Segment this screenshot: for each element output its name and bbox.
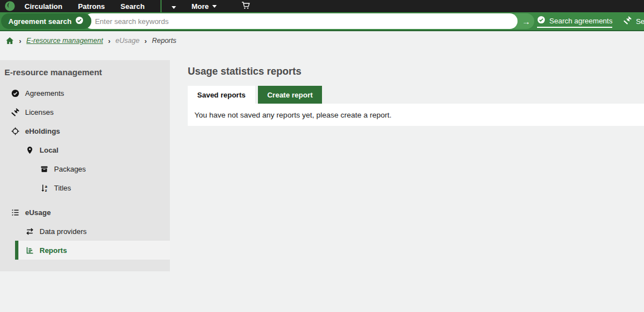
link-label: Search agreements	[549, 17, 612, 25]
tab-saved-reports[interactable]: Saved reports	[188, 86, 255, 104]
nav-item-search[interactable]: Search	[120, 2, 144, 11]
sidebar-item-eusage[interactable]: eUsage	[0, 203, 170, 222]
breadcrumb-separator: ›	[19, 37, 21, 45]
nav-label: Search	[120, 2, 144, 11]
sidebar-item-label: Data providers	[40, 227, 87, 236]
check-circle-icon	[75, 16, 84, 26]
sidebar-item-label: Reports	[40, 246, 67, 255]
nav-item-more[interactable]: More	[192, 2, 217, 11]
page-title: Usage statistics reports	[188, 66, 644, 77]
sidebar-item-data-providers[interactable]: Data providers	[0, 222, 170, 241]
search-capsule: Agreement search →	[1, 13, 534, 29]
target-icon	[11, 127, 19, 135]
nav-label: More	[192, 2, 209, 11]
home-icon[interactable]	[6, 37, 14, 45]
sidebar-item-licenses[interactable]: Licenses	[0, 103, 170, 121]
erm-sidebar: E-resource management Agreements	[0, 60, 170, 271]
swap-arrows-icon	[26, 227, 34, 236]
shopping-cart-icon	[241, 1, 250, 12]
search-scope-label: Agreement search	[8, 17, 71, 26]
nav-divider	[160, 0, 162, 12]
search-licenses-link[interactable]: Sea	[623, 16, 644, 27]
sort-alpha-icon: a z	[40, 184, 48, 192]
sidebar-item-label: Local	[40, 146, 58, 154]
main-panel: Usage statistics reports Saved reports C…	[170, 50, 644, 126]
chevron-down-icon	[212, 5, 217, 8]
sidebar-item-label: Titles	[54, 184, 71, 192]
breadcrumb-separator: ›	[144, 37, 147, 45]
archive-box-icon	[40, 165, 48, 173]
breadcrumb-separator: ›	[108, 37, 110, 45]
check-circle-icon	[537, 16, 545, 26]
top-nav-bar: Circulation Patrons Search More	[0, 0, 644, 12]
koha-logo[interactable]	[4, 1, 16, 12]
search-scope-links: Search agreements Sea	[537, 12, 644, 31]
bar-chart-icon	[26, 246, 34, 255]
link-label: Sea	[636, 17, 644, 26]
map-pin-icon	[26, 146, 34, 154]
svg-text:z: z	[45, 188, 47, 192]
sidebar-item-packages[interactable]: Packages	[0, 159, 170, 178]
nav-item-circulation[interactable]: Circulation	[25, 2, 62, 11]
sidebar-item-reports[interactable]: Reports	[15, 241, 170, 260]
search-input[interactable]	[84, 13, 518, 29]
sidebar-item-label: eHoldings	[25, 127, 60, 135]
sidebar-item-label: Packages	[54, 165, 86, 173]
search-scope-button[interactable]: Agreement search	[1, 13, 91, 29]
breadcrumb-eusage-link[interactable]: eUsage	[115, 37, 139, 45]
chevron-down-icon	[172, 6, 176, 9]
collapsed-menu-dropdown[interactable]	[170, 0, 177, 13]
breadcrumb: › E-resource management › eUsage › Repor…	[0, 31, 644, 50]
breadcrumb-erm-link[interactable]: E-resource management	[26, 37, 103, 45]
search-agreements-link[interactable]: Search agreements	[537, 16, 612, 28]
list-icon	[11, 208, 19, 217]
nav-label: Circulation	[25, 2, 62, 11]
sidebar-item-label: Licenses	[25, 108, 53, 116]
sidebar-item-label: Agreements	[25, 89, 64, 98]
empty-state-message: You have not saved any reports yet, plea…	[194, 111, 392, 119]
cart-button[interactable]	[241, 1, 250, 12]
check-circle-icon	[11, 89, 19, 98]
sidebar-item-titles[interactable]: a z Titles	[0, 178, 170, 197]
sidebar-item-local[interactable]: Local	[0, 140, 170, 159]
nav-item-patrons[interactable]: Patrons	[78, 2, 105, 11]
sidebar-item-agreements[interactable]: Agreements	[0, 84, 170, 103]
report-tabs: Saved reports Create report	[188, 86, 644, 104]
tab-create-report[interactable]: Create report	[258, 86, 323, 104]
search-header-bar: Agreement search → Search agreements	[0, 12, 644, 31]
gavel-icon	[623, 16, 632, 26]
saved-reports-panel: You have not saved any reports yet, plea…	[188, 104, 644, 126]
arrow-right-icon: →	[522, 17, 530, 26]
nav-label: Patrons	[78, 2, 105, 11]
breadcrumb-current-page: Reports	[152, 37, 177, 45]
sidebar-title: E-resource management	[0, 60, 170, 84]
content-area: E-resource management Agreements	[0, 50, 644, 271]
gavel-icon	[11, 108, 19, 116]
sidebar-item-label: eUsage	[25, 208, 51, 217]
sidebar-item-eholdings[interactable]: eHoldings	[0, 121, 170, 140]
